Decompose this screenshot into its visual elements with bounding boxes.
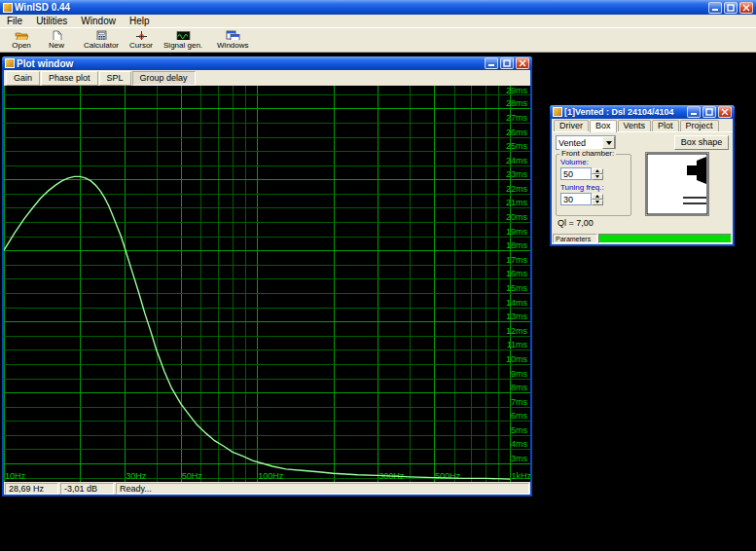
- box-tabstrip: Driver Box Vents Plot Project: [552, 119, 733, 132]
- tuning-freq-spinner: [560, 193, 630, 205]
- menu-file[interactable]: File: [0, 15, 29, 28]
- svg-text:1kHz: 1kHz: [511, 471, 530, 481]
- menu-utilities[interactable]: Utilities: [29, 15, 74, 28]
- close-icon: [519, 59, 526, 67]
- svg-text:50Hz: 50Hz: [182, 471, 203, 481]
- plot-window-title: Plot window: [15, 58, 483, 69]
- plot-area[interactable]: 29ms28ms27ms26ms25ms24ms23ms22ms21ms20ms…: [4, 86, 530, 482]
- volume-label: Volume:: [560, 158, 630, 166]
- svg-text:6ms: 6ms: [511, 411, 528, 421]
- combo-dropdown-button[interactable]: [602, 136, 615, 149]
- svg-text:100Hz: 100Hz: [258, 471, 284, 481]
- svg-text:19ms: 19ms: [506, 227, 528, 237]
- box-tab-content: Vented Box shape Front chamber: Volume: …: [552, 132, 733, 233]
- new-button[interactable]: New: [39, 29, 74, 51]
- minimize-icon: [487, 59, 495, 67]
- svg-text:23ms: 23ms: [506, 169, 528, 179]
- volume-spin-down[interactable]: [592, 174, 603, 180]
- svg-text:21ms: 21ms: [506, 198, 528, 207]
- signal-gen-button[interactable]: Signal gen.: [159, 29, 207, 51]
- svg-text:7ms: 7ms: [511, 397, 528, 407]
- svg-text:10Hz: 10Hz: [5, 471, 26, 481]
- calculator-icon: [94, 30, 109, 40]
- parameters-progress-bar: [598, 234, 732, 243]
- plot-window-icon: [5, 58, 15, 68]
- enclosure-type-select[interactable]: Vented: [556, 135, 616, 150]
- box-minimize-button[interactable]: [687, 106, 701, 118]
- svg-text:28ms: 28ms: [506, 98, 528, 108]
- main-maximize-button[interactable]: [724, 2, 738, 14]
- tuning-spin-down[interactable]: [592, 200, 603, 205]
- svg-text:17ms: 17ms: [506, 255, 528, 265]
- maximize-icon: [705, 108, 713, 116]
- toolbar: Open New Calculator Cursor Si: [0, 28, 756, 53]
- chevron-up-icon: [595, 195, 599, 198]
- status-level: -3,01 dB: [60, 483, 114, 495]
- tab-spl[interactable]: SPL: [99, 71, 131, 86]
- minimize-icon: [711, 4, 719, 12]
- svg-text:4ms: 4ms: [511, 439, 528, 449]
- plot-maximize-button[interactable]: [500, 57, 514, 69]
- chevron-down-icon: [595, 201, 599, 203]
- windows-button[interactable]: Windows: [212, 29, 253, 51]
- chevron-down-icon: [595, 175, 599, 178]
- cursor-label: Cursor: [129, 41, 153, 50]
- svg-text:10ms: 10ms: [506, 354, 528, 364]
- status-message: Ready...: [116, 483, 529, 495]
- plot-window-titlebar[interactable]: Plot window: [2, 56, 532, 70]
- box-shape-diagram: [645, 152, 709, 216]
- calculator-label: Calculator: [84, 41, 119, 50]
- svg-text:3ms: 3ms: [511, 454, 528, 463]
- svg-text:29ms: 29ms: [506, 86, 528, 95]
- tab-driver[interactable]: Driver: [554, 120, 589, 131]
- box-maximize-button[interactable]: [702, 106, 716, 118]
- box-window-title: [1]Vented : Dsl 24104/4104: [562, 107, 685, 117]
- plot-close-button[interactable]: [516, 57, 529, 69]
- enclosure-type-value: Vented: [557, 138, 602, 148]
- tab-box[interactable]: Box: [590, 120, 617, 132]
- tab-vents[interactable]: Vents: [618, 120, 652, 131]
- cursor-icon: [134, 30, 149, 40]
- main-window-titlebar: WinISD 0.44: [0, 0, 756, 15]
- front-chamber-group: Front chamber: Volume: Tuning freq.:: [556, 154, 631, 216]
- box-shape-button[interactable]: Box shape: [674, 135, 729, 150]
- svg-text:11ms: 11ms: [507, 340, 528, 349]
- svg-text:12ms: 12ms: [506, 326, 528, 336]
- tuning-freq-field[interactable]: [560, 193, 592, 205]
- main-close-button[interactable]: [739, 2, 753, 14]
- minimize-icon: [690, 108, 698, 116]
- menu-help[interactable]: Help: [123, 15, 157, 28]
- tab-group-delay[interactable]: Group delay: [132, 71, 196, 86]
- calculator-button[interactable]: Calculator: [79, 29, 124, 51]
- plot-minimize-button[interactable]: [485, 57, 498, 69]
- open-label: Open: [12, 41, 31, 50]
- box-close-button[interactable]: [718, 106, 732, 118]
- main-window-title: WinISD 0.44: [13, 2, 706, 13]
- svg-text:16ms: 16ms: [506, 269, 528, 278]
- chevron-down-icon: [606, 141, 612, 145]
- box-window-titlebar[interactable]: [1]Vented : Dsl 24104/4104: [550, 105, 735, 119]
- menu-window[interactable]: Window: [74, 15, 123, 28]
- tab-phase-plot[interactable]: Phase plot: [41, 71, 98, 86]
- svg-text:25ms: 25ms: [506, 141, 528, 151]
- volume-field[interactable]: [560, 167, 592, 180]
- tab-plot[interactable]: Plot: [652, 120, 679, 131]
- tab-gain[interactable]: Gain: [6, 71, 40, 86]
- svg-text:24ms: 24ms: [506, 156, 528, 165]
- open-button[interactable]: Open: [4, 29, 39, 51]
- plot-window: Plot window Gain Phase plot SPL Group de…: [2, 56, 532, 496]
- svg-text:15ms: 15ms: [506, 283, 528, 293]
- signal-gen-label: Signal gen.: [163, 41, 202, 50]
- svg-text:26ms: 26ms: [506, 128, 528, 137]
- svg-text:30Hz: 30Hz: [126, 471, 147, 481]
- new-label: New: [49, 41, 64, 50]
- maximize-icon: [727, 4, 735, 12]
- cursor-button[interactable]: Cursor: [124, 29, 159, 51]
- box-window-icon: [553, 107, 562, 117]
- close-icon: [721, 108, 729, 116]
- chevron-up-icon: [595, 169, 599, 172]
- svg-text:20ms: 20ms: [506, 212, 528, 222]
- svg-text:13ms: 13ms: [506, 312, 528, 321]
- tab-project[interactable]: Project: [680, 120, 719, 131]
- main-minimize-button[interactable]: [708, 2, 722, 14]
